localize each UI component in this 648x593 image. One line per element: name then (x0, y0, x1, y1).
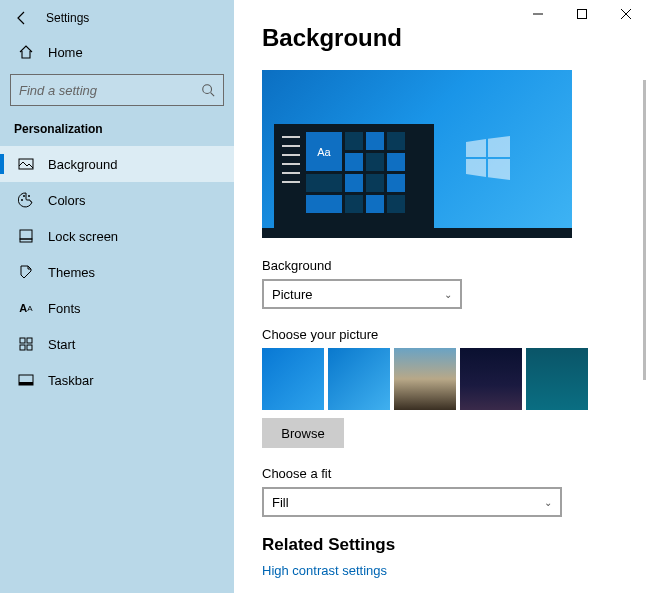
back-button[interactable] (14, 10, 30, 26)
preview-sample-text: Aa (306, 132, 342, 171)
svg-point-4 (23, 195, 25, 197)
background-preview: Aa (262, 70, 572, 238)
content: Background Aa Background Picture ⌄ (234, 0, 648, 593)
picture-thumbnail[interactable] (262, 348, 324, 410)
svg-rect-15 (578, 10, 587, 19)
taskbar-icon (18, 372, 34, 388)
home-button[interactable]: Home (0, 36, 234, 68)
choose-picture-label: Choose your picture (262, 327, 620, 342)
sidebar-item-start[interactable]: Start (0, 326, 234, 362)
picture-thumbnail[interactable] (328, 348, 390, 410)
nav-item-label: Lock screen (48, 229, 118, 244)
minimize-button[interactable] (516, 0, 560, 28)
app-title: Settings (46, 11, 89, 25)
related-settings-heading: Related Settings (262, 535, 620, 555)
sidebar-item-lockscreen[interactable]: Lock screen (0, 218, 234, 254)
sidebar-item-fonts[interactable]: AA Fonts (0, 290, 234, 326)
nav-list: Background Colors Lock screen Themes AA … (0, 146, 234, 398)
svg-rect-6 (20, 230, 32, 239)
svg-line-1 (211, 93, 215, 97)
svg-point-5 (28, 195, 30, 197)
page-heading: Background (262, 24, 620, 52)
scrollbar[interactable] (643, 80, 646, 380)
background-dropdown[interactable]: Picture ⌄ (262, 279, 462, 309)
svg-rect-7 (20, 239, 32, 242)
chevron-down-icon: ⌄ (544, 497, 552, 508)
nav-item-label: Themes (48, 265, 95, 280)
sidebar: Settings Home Personalization Background… (0, 0, 234, 593)
maximize-button[interactable] (560, 0, 604, 28)
svg-rect-11 (27, 345, 32, 350)
nav-item-label: Start (48, 337, 75, 352)
sidebar-item-themes[interactable]: Themes (0, 254, 234, 290)
sidebar-item-colors[interactable]: Colors (0, 182, 234, 218)
themes-icon (18, 264, 34, 280)
start-menu-preview: Aa (274, 124, 434, 228)
main-area: Background Aa Background Picture ⌄ (234, 0, 648, 593)
start-icon (18, 336, 34, 352)
nav-item-label: Fonts (48, 301, 81, 316)
search-icon (201, 83, 215, 97)
window-controls (516, 0, 648, 28)
chevron-down-icon: ⌄ (444, 289, 452, 300)
choose-fit-label: Choose a fit (262, 466, 620, 481)
windows-logo-icon (466, 136, 510, 180)
svg-rect-8 (20, 338, 25, 343)
svg-rect-13 (19, 382, 33, 385)
search-box[interactable] (10, 74, 224, 106)
svg-point-0 (203, 85, 212, 94)
close-button[interactable] (604, 0, 648, 28)
picture-thumbnail[interactable] (394, 348, 456, 410)
home-label: Home (48, 45, 83, 60)
fit-dropdown-value: Fill (272, 495, 289, 510)
picture-thumbnails (262, 348, 620, 410)
picture-thumbnail[interactable] (460, 348, 522, 410)
background-dropdown-value: Picture (272, 287, 312, 302)
home-icon (18, 44, 34, 60)
svg-rect-10 (20, 345, 25, 350)
background-dropdown-label: Background (262, 258, 620, 273)
titlebar: Settings (0, 6, 234, 36)
sidebar-item-taskbar[interactable]: Taskbar (0, 362, 234, 398)
browse-button[interactable]: Browse (262, 418, 344, 448)
nav-item-label: Colors (48, 193, 86, 208)
high-contrast-link[interactable]: High contrast settings (262, 563, 620, 578)
sidebar-item-background[interactable]: Background (0, 146, 234, 182)
picture-thumbnail[interactable] (526, 348, 588, 410)
picture-icon (18, 156, 34, 172)
fit-dropdown[interactable]: Fill ⌄ (262, 487, 562, 517)
search-input[interactable] (19, 83, 201, 98)
svg-rect-9 (27, 338, 32, 343)
fonts-icon: AA (18, 300, 34, 316)
section-label: Personalization (0, 118, 234, 146)
svg-point-3 (21, 199, 23, 201)
nav-item-label: Taskbar (48, 373, 94, 388)
lockscreen-icon (18, 228, 34, 244)
palette-icon (18, 192, 34, 208)
nav-item-label: Background (48, 157, 117, 172)
